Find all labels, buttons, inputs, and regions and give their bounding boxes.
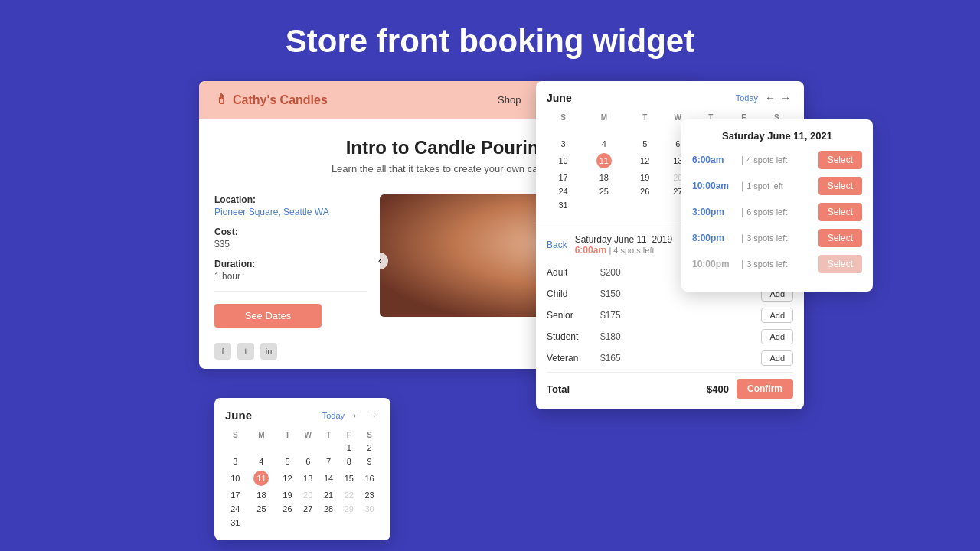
calendar-day[interactable]: 24 bbox=[225, 502, 246, 516]
back-link[interactable]: Back bbox=[547, 240, 567, 250]
calendar-day[interactable]: 11 bbox=[580, 151, 629, 171]
calendar-day[interactable]: 26 bbox=[629, 184, 662, 198]
calendar-day[interactable]: 13 bbox=[298, 468, 318, 488]
calendar-day[interactable]: 23 bbox=[359, 488, 380, 502]
calendar-day bbox=[246, 516, 277, 530]
calendar-day[interactable]: 17 bbox=[225, 488, 246, 502]
calendar-day[interactable]: 10 bbox=[547, 151, 580, 171]
calendar-day[interactable]: 19 bbox=[277, 488, 298, 502]
ticket-date-info: Saturday June 11, 2019 6:00am | 4 spots … bbox=[575, 234, 672, 256]
add-ticket-button[interactable]: Add bbox=[761, 308, 793, 323]
calendar-day[interactable]: 10 bbox=[225, 468, 246, 488]
select-timeslot-button[interactable]: Select bbox=[818, 151, 862, 169]
calendar-day[interactable]: 28 bbox=[318, 502, 339, 516]
calendar-day[interactable]: 26 bbox=[277, 502, 298, 516]
calendar-day[interactable]: 9 bbox=[359, 455, 380, 468]
calendar-day[interactable]: 31 bbox=[547, 198, 580, 212]
add-ticket-button[interactable]: Add bbox=[761, 350, 793, 366]
bday-t: T bbox=[629, 112, 662, 123]
calendar-day[interactable]: 5 bbox=[629, 137, 662, 151]
calendar-day[interactable]: 8 bbox=[338, 455, 359, 468]
calendar-day[interactable]: 11 bbox=[246, 468, 277, 488]
calendar-day[interactable]: 17 bbox=[547, 171, 580, 184]
timeslots-date: Saturday June 11, 2021 bbox=[692, 130, 862, 142]
calendar-grid: S M T W T F S 12345678910111213141516171… bbox=[225, 429, 380, 530]
calendar-day[interactable]: 4 bbox=[246, 455, 277, 468]
calendar-day[interactable]: 3 bbox=[547, 137, 580, 151]
select-timeslot-button[interactable]: Select bbox=[818, 177, 862, 195]
booking-cal-month: June bbox=[547, 92, 736, 104]
calendar-day[interactable]: 25 bbox=[246, 502, 277, 516]
calendar-day[interactable]: 1 bbox=[338, 441, 359, 455]
calendar-day[interactable]: 7 bbox=[318, 455, 339, 468]
facebook-icon[interactable]: f bbox=[214, 343, 231, 360]
timeslot-time: 6:00am bbox=[692, 155, 738, 165]
twitter-icon[interactable]: t bbox=[237, 343, 254, 360]
calendar-day[interactable]: 18 bbox=[246, 488, 277, 502]
calendar-next[interactable]: → bbox=[364, 409, 380, 422]
booking-cal-today[interactable]: Today bbox=[736, 93, 758, 103]
location-value[interactable]: Pioneer Square, Seattle WA bbox=[214, 207, 329, 217]
calendar-day bbox=[338, 516, 359, 530]
calendar-day[interactable]: 12 bbox=[629, 151, 662, 171]
calendar-day[interactable]: 2 bbox=[359, 441, 380, 455]
calendar-day bbox=[629, 198, 662, 212]
calendar-day[interactable]: 18 bbox=[580, 171, 629, 184]
calendar-day[interactable]: 15 bbox=[338, 468, 359, 488]
calendar-today-button[interactable]: Today bbox=[322, 411, 345, 420]
timeslot-time: 8:00pm bbox=[692, 233, 738, 243]
calendar-day bbox=[318, 441, 339, 455]
cost-value: $35 bbox=[214, 239, 368, 249]
store-name: Cathy's Candles bbox=[233, 93, 328, 107]
calendar-day[interactable]: 31 bbox=[225, 516, 246, 530]
ticket-type-name: Veteran bbox=[547, 353, 600, 364]
calendar-body: 1234567891011121314151617181920212223242… bbox=[225, 441, 380, 530]
calendar-prev[interactable]: ← bbox=[349, 409, 364, 422]
calendar-day[interactable]: 14 bbox=[318, 468, 339, 488]
calendar-day[interactable]: 6 bbox=[298, 455, 318, 468]
day-header-m: M bbox=[246, 429, 277, 441]
select-timeslot-button[interactable]: Select bbox=[818, 229, 862, 247]
day-header-t: T bbox=[277, 429, 298, 441]
cost-label: Cost: bbox=[214, 227, 368, 237]
select-timeslot-button[interactable]: Select bbox=[818, 203, 862, 221]
calendar-day[interactable]: 27 bbox=[298, 502, 318, 516]
timeslot-spots: 1 spot left bbox=[746, 181, 818, 191]
ticket-price: $180 bbox=[600, 331, 761, 342]
calendar-day[interactable]: 16 bbox=[359, 468, 380, 488]
calendar-day bbox=[277, 516, 298, 530]
calendar-day[interactable]: 19 bbox=[629, 171, 662, 184]
timeslot-time: 10:00pm bbox=[692, 259, 738, 269]
booking-cal-prev[interactable]: ← bbox=[763, 92, 778, 104]
calendar-day[interactable]: 3 bbox=[225, 455, 246, 468]
calendar-day[interactable]: 4 bbox=[580, 137, 629, 151]
linkedin-icon[interactable]: in bbox=[260, 343, 277, 360]
calendar-day[interactable]: 5 bbox=[277, 455, 298, 468]
calendar-day[interactable]: 24 bbox=[547, 184, 580, 198]
calendar-day[interactable]: 30 bbox=[359, 502, 380, 516]
timeslot-time: 3:00pm bbox=[692, 207, 738, 217]
timeslot-separator: | bbox=[741, 181, 743, 191]
calendar-day[interactable]: 25 bbox=[580, 184, 629, 198]
day-header-s2: S bbox=[359, 429, 380, 441]
calendar-day[interactable]: 12 bbox=[277, 468, 298, 488]
calendar-day[interactable]: 29 bbox=[338, 502, 359, 516]
add-ticket-button[interactable]: Add bbox=[761, 329, 793, 344]
calendar-day[interactable]: 20 bbox=[298, 488, 318, 502]
see-dates-button[interactable]: See Dates bbox=[214, 304, 322, 328]
ticket-controls: Add bbox=[761, 308, 793, 323]
ticket-type-name: Child bbox=[547, 289, 600, 299]
calendar-day[interactable]: 22 bbox=[338, 488, 359, 502]
calendar-day bbox=[547, 123, 580, 137]
confirm-button[interactable]: Confirm bbox=[737, 379, 793, 399]
calendar-day[interactable]: 21 bbox=[318, 488, 339, 502]
image-prev-button[interactable]: ‹ bbox=[371, 253, 388, 269]
ticket-price: $175 bbox=[600, 310, 761, 321]
duration-value: 1 hour bbox=[214, 271, 368, 282]
store-logo: 🕯 Cathy's Candles bbox=[214, 92, 328, 108]
bday-s: S bbox=[547, 112, 580, 123]
select-timeslot-button: Select bbox=[818, 255, 862, 273]
timeslot-row: 10:00pm | 3 spots leftSelect bbox=[692, 255, 862, 273]
booking-cal-next[interactable]: → bbox=[778, 92, 793, 104]
nav-shop[interactable]: Shop bbox=[498, 94, 521, 106]
